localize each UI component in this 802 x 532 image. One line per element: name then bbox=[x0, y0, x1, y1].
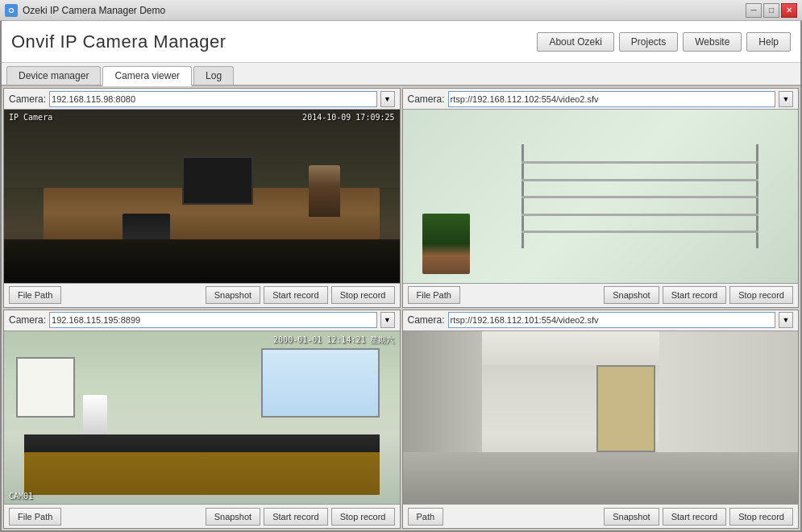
feed-4-floor bbox=[403, 452, 799, 504]
title-bar-left: O Ozeki IP Camera Manager Demo bbox=[5, 4, 165, 17]
camera-selector-bar-2: Camera: ▼ bbox=[403, 89, 799, 110]
tabs-bar: Device manager Camera viewer Log bbox=[2, 63, 800, 86]
file-path-btn-4[interactable]: Path bbox=[408, 508, 444, 526]
window-title: Ozeki IP Camera Manager Demo bbox=[23, 5, 165, 16]
close-button[interactable]: ✕ bbox=[781, 3, 797, 18]
feed-2-step2 bbox=[522, 179, 758, 181]
help-button[interactable]: Help bbox=[746, 32, 791, 52]
feed-1-scene bbox=[4, 110, 400, 283]
feed-1-timestamp: 2014-10-09 17:09:25 bbox=[302, 113, 394, 122]
camera-controls-4: Path Snapshot Start record Stop record bbox=[403, 504, 799, 528]
camera-feed-3: 2000-01-01 12:14:21 星期六 CAM01 bbox=[4, 331, 400, 505]
camera-label-3: Camera: bbox=[9, 314, 46, 326]
camera-dropdown-btn-2[interactable]: ▼ bbox=[779, 91, 793, 107]
start-record-btn-1[interactable]: Start record bbox=[264, 286, 327, 304]
camera-panel-4: Camera: ▼ Path bbox=[402, 310, 800, 530]
camera-dropdown-btn-3[interactable]: ▼ bbox=[380, 312, 395, 328]
camera-address-input-2[interactable] bbox=[448, 91, 775, 107]
camera-row-bottom: Camera: ▼ 2000-01-01 12:14:21 星期六 CAM01 bbox=[3, 310, 799, 530]
snapshot-btn-2[interactable]: Snapshot bbox=[604, 286, 659, 304]
feed-3-scene bbox=[4, 331, 400, 505]
feed-2-scene bbox=[403, 110, 799, 283]
camera-feed-1: IP Camera 2014-10-09 17:09:25 bbox=[4, 110, 400, 283]
feed-3-person bbox=[83, 395, 106, 438]
tab-log[interactable]: Log bbox=[193, 66, 234, 85]
snapshot-btn-3[interactable]: Snapshot bbox=[206, 508, 260, 526]
file-path-btn-3[interactable]: File Path bbox=[9, 508, 61, 526]
camera-feed-2 bbox=[403, 110, 799, 283]
start-record-btn-4[interactable]: Start record bbox=[663, 508, 726, 526]
feed-1-person bbox=[309, 165, 340, 217]
camera-panel-2: Camera: ▼ bbox=[402, 88, 800, 308]
feed-1-label: IP Camera bbox=[9, 113, 52, 122]
feed-2-step5 bbox=[522, 231, 758, 233]
camera-selector-bar-4: Camera: ▼ bbox=[403, 310, 799, 331]
camera-feed-4 bbox=[403, 331, 799, 505]
stop-record-btn-1[interactable]: Stop record bbox=[331, 286, 395, 304]
feed-1-monitor bbox=[182, 156, 253, 205]
file-path-btn-2[interactable]: File Path bbox=[408, 286, 460, 304]
title-bar: O Ozeki IP Camera Manager Demo ─ □ ✕ bbox=[0, 0, 802, 21]
app-header: Onvif IP Camera Manager About Ozeki Proj… bbox=[2, 21, 800, 63]
maximize-button[interactable]: □ bbox=[763, 3, 779, 18]
camera-controls-1: File Path Snapshot Start record Stop rec… bbox=[4, 283, 400, 307]
tab-camera-viewer[interactable]: Camera viewer bbox=[102, 66, 192, 86]
feed-4-door bbox=[596, 365, 656, 451]
camera-address-input-3[interactable] bbox=[49, 312, 376, 328]
camera-content: Camera: ▼ IP Camera 2014-10-09 17:09:25 bbox=[2, 86, 800, 530]
feed-2-plant bbox=[422, 214, 470, 274]
feed-3-timestamp: 2000-01-01 12:14:21 星期六 bbox=[273, 335, 394, 346]
camera-panel-3: Camera: ▼ 2000-01-01 12:14:21 星期六 CAM01 bbox=[3, 310, 401, 530]
camera-dropdown-btn-1[interactable]: ▼ bbox=[380, 91, 395, 107]
projects-button[interactable]: Projects bbox=[619, 32, 678, 52]
camera-controls-3: File Path Snapshot Start record Stop rec… bbox=[4, 504, 400, 528]
feed-2-step4 bbox=[522, 214, 758, 216]
feed-2-step1 bbox=[522, 161, 758, 164]
camera-selector-bar-1: Camera: ▼ bbox=[4, 89, 400, 110]
camera-address-input-1[interactable] bbox=[49, 91, 376, 107]
start-record-btn-2[interactable]: Start record bbox=[663, 286, 726, 304]
app-icon: O bbox=[5, 4, 18, 17]
stop-record-btn-4[interactable]: Stop record bbox=[729, 508, 793, 526]
camera-panel-1: Camera: ▼ IP Camera 2014-10-09 17:09:25 bbox=[3, 88, 401, 308]
camera-row-top: Camera: ▼ IP Camera 2014-10-09 17:09:25 bbox=[3, 88, 799, 308]
feed-3-cam-label: CAM01 bbox=[9, 492, 33, 501]
header-buttons: About Ozeki Projects Website Help bbox=[537, 32, 791, 52]
camera-label-2: Camera: bbox=[408, 94, 445, 105]
feed-4-scene bbox=[403, 331, 799, 505]
start-record-btn-3[interactable]: Start record bbox=[264, 508, 327, 526]
snapshot-btn-4[interactable]: Snapshot bbox=[604, 508, 659, 526]
camera-address-input-4[interactable] bbox=[448, 312, 775, 328]
camera-dropdown-btn-4[interactable]: ▼ bbox=[779, 312, 793, 328]
camera-selector-bar-3: Camera: ▼ bbox=[4, 310, 400, 331]
main-container: Onvif IP Camera Manager About Ozeki Proj… bbox=[0, 21, 802, 532]
website-button[interactable]: Website bbox=[683, 32, 742, 52]
camera-controls-2: File Path Snapshot Start record Stop rec… bbox=[403, 283, 799, 307]
feed-2-step3 bbox=[522, 196, 758, 198]
title-controls: ─ □ ✕ bbox=[746, 3, 797, 18]
app-title: Onvif IP Camera Manager bbox=[11, 31, 226, 52]
camera-label-1: Camera: bbox=[9, 94, 46, 105]
feed-3-window bbox=[261, 348, 380, 418]
feed-3-table bbox=[24, 452, 380, 496]
about-ozeki-button[interactable]: About Ozeki bbox=[537, 32, 613, 52]
minimize-button[interactable]: ─ bbox=[746, 3, 762, 18]
stop-record-btn-2[interactable]: Stop record bbox=[729, 286, 793, 304]
snapshot-btn-1[interactable]: Snapshot bbox=[206, 286, 260, 304]
camera-label-4: Camera: bbox=[408, 314, 445, 326]
tab-device-manager[interactable]: Device manager bbox=[6, 66, 101, 85]
feed-1-floor bbox=[4, 239, 400, 283]
stop-record-btn-3[interactable]: Stop record bbox=[331, 508, 395, 526]
file-path-btn-1[interactable]: File Path bbox=[9, 286, 61, 304]
feed-3-whiteboard bbox=[16, 357, 76, 418]
